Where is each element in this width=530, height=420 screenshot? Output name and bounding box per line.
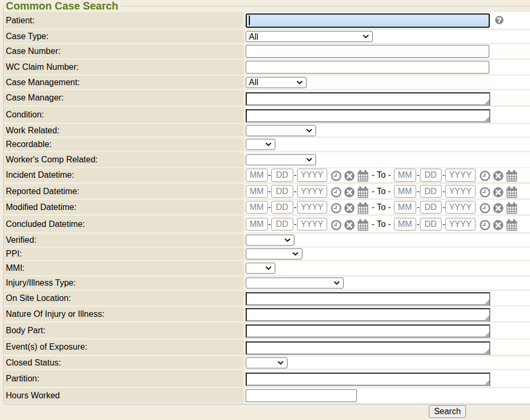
svg-text:?: ? — [497, 16, 502, 24]
